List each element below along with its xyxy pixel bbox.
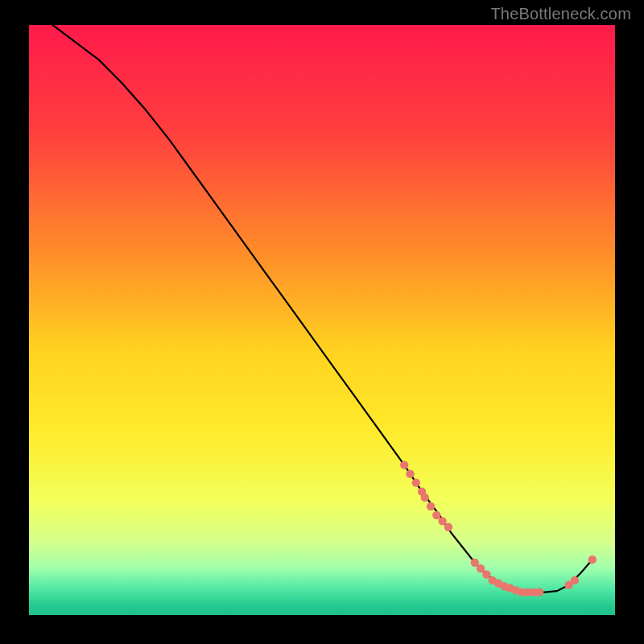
- curve-marker: [427, 502, 435, 510]
- watermark-text: TheBottleneck.com: [490, 5, 631, 23]
- plot-background: [28, 24, 616, 616]
- curve-marker: [482, 570, 490, 578]
- curve-marker: [438, 517, 446, 525]
- curve-marker: [477, 564, 485, 572]
- curve-marker: [432, 511, 440, 519]
- chart-stage: TheBottleneck.com: [0, 0, 644, 644]
- curve-marker: [535, 588, 543, 596]
- curve-marker: [571, 576, 579, 584]
- curve-marker: [412, 478, 420, 486]
- curve-marker: [421, 493, 429, 502]
- curve-marker: [588, 555, 597, 564]
- curve-marker: [471, 559, 479, 567]
- curve-marker: [400, 460, 408, 469]
- chart-svg: [0, 0, 644, 644]
- curve-marker: [406, 469, 414, 477]
- curve-marker: [444, 523, 452, 531]
